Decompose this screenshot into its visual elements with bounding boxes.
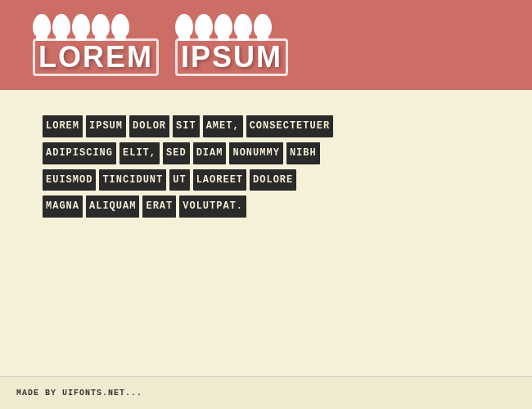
footer-text: MADE BY UIFONTS.NET... <box>16 389 142 398</box>
text-word: LAOREET <box>193 169 246 191</box>
text-word: NONUMMY <box>229 142 282 164</box>
header-lorem-label: LOREM <box>33 38 159 76</box>
footer: MADE BY UIFONTS.NET... <box>0 376 532 409</box>
text-word: CONSECTETUER <box>246 115 333 137</box>
body-text-block: LOREMIPSUMDOLORSITAMET,CONSECTETUERADIPI… <box>41 115 491 218</box>
text-word: VOLUTPAT. <box>179 196 246 218</box>
text-word: AMET, <box>203 115 243 137</box>
bulb-icon-7 <box>195 14 213 37</box>
text-word: MAGNA <box>43 196 83 218</box>
text-word: SIT <box>173 115 200 137</box>
bulbs-row-lorem <box>33 14 129 37</box>
text-word: DOLOR <box>129 115 169 137</box>
text-word: DIAM <box>193 142 227 164</box>
bulb-icon-2 <box>52 14 70 37</box>
text-word: ELIT, <box>119 142 160 164</box>
text-line: MAGNAALIQUAMERATVOLUTPAT. <box>41 195 491 218</box>
text-word: NIBH <box>286 142 320 164</box>
bulb-icon-10 <box>254 14 272 37</box>
text-word: LOREM <box>43 115 83 137</box>
header: LOREM IPSUM <box>0 0 532 90</box>
text-word: IPSUM <box>86 115 126 137</box>
bulb-icon-3 <box>72 14 90 37</box>
main-content: LOREMIPSUMDOLORSITAMET,CONSECTETUERADIPI… <box>0 90 532 240</box>
header-ipsum-label: IPSUM <box>175 38 288 76</box>
bulb-icon-4 <box>92 14 110 37</box>
bulbs-row-ipsum <box>175 14 272 37</box>
text-word: SED <box>163 142 190 164</box>
text-word: UT <box>169 169 189 191</box>
bulb-icon-1 <box>33 14 51 37</box>
bulb-icon-8 <box>214 14 232 37</box>
header-title-block: LOREM IPSUM <box>33 14 288 76</box>
text-word: DOLORE <box>250 169 296 191</box>
body-paragraph: LOREMIPSUMDOLORSITAMET,CONSECTETUERADIPI… <box>41 115 491 218</box>
bulb-icon-5 <box>111 14 129 37</box>
header-word-ipsum: IPSUM <box>175 14 288 76</box>
text-word: ERAT <box>142 196 176 218</box>
text-word: ALIQUAM <box>86 196 139 218</box>
header-word-lorem: LOREM <box>33 14 159 76</box>
text-word: TINCIDUNT <box>99 169 166 191</box>
text-line: ADIPISCINGELIT,SEDDIAMNONUMMYNIBH <box>41 142 491 165</box>
text-line: LOREMIPSUMDOLORSITAMET,CONSECTETUER <box>41 115 491 138</box>
text-line: EUISMODTINCIDUNTUTLAOREETDOLORE <box>41 169 491 192</box>
text-word: ADIPISCING <box>43 142 116 164</box>
bulb-icon-9 <box>234 14 252 37</box>
bulb-icon-6 <box>175 14 193 37</box>
text-word: EUISMOD <box>43 169 96 191</box>
